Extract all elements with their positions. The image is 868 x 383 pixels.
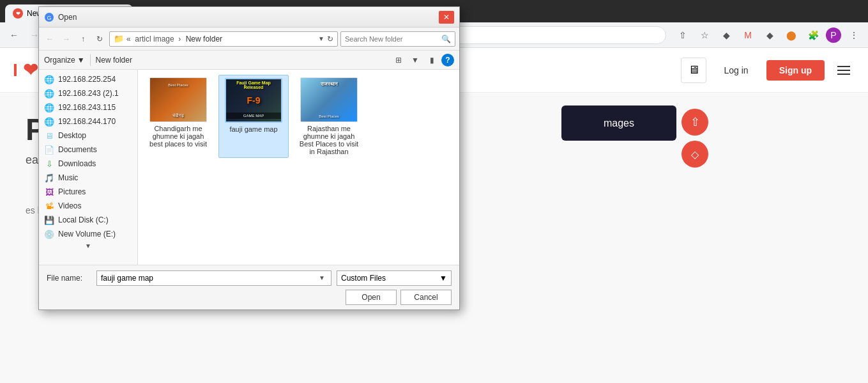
sidebar-item-ip3[interactable]: 🌐 192.168.243.115 [39, 100, 137, 114]
upload-icon[interactable]: ⇧ [681, 109, 708, 136]
sidebar-item-ip1[interactable]: 🌐 192.168.225.254 [39, 72, 137, 86]
menu-icon[interactable]: ⋮ [845, 26, 863, 44]
file-thumbnail-fauji: Fauji Game Map Released F-9 GAME MAP [225, 78, 282, 123]
dialog-up-button[interactable]: ↑ [76, 32, 90, 46]
sidebar-item-videos[interactable]: 📽 Videos [39, 199, 137, 213]
dialog-refresh-button[interactable]: ↻ [93, 32, 107, 46]
file-name-fauji: fauji game map [229, 125, 277, 133]
dialog-back-button[interactable]: ← [43, 32, 57, 46]
dialog-titlebar: G Open ✕ [39, 7, 459, 27]
dialog-forward-button[interactable]: → [59, 32, 73, 46]
dialog-path[interactable]: 📁 « articl image › New folder ▼ ↻ [109, 31, 338, 47]
sidebar-item-localc[interactable]: 💾 Local Disk (C:) [39, 213, 137, 227]
path-current: New folder [186, 35, 222, 43]
scroll-down-arrow[interactable]: ▼ [85, 242, 91, 249]
network-icon-2: 🌐 [44, 88, 54, 98]
sidebar-label-music: Music [58, 173, 78, 182]
cancel-button[interactable]: Cancel [400, 290, 452, 305]
browser-background: ❤ New Tab ← → ↻ https://www.ilovepdf.com… [0, 0, 868, 383]
fauji-thumb-title: Fauji Game Map Released [226, 81, 281, 90]
dialog-search-input[interactable] [345, 35, 439, 43]
share-icon[interactable]: ⇧ [674, 26, 692, 44]
downloads-icon: ⇩ [44, 159, 54, 169]
sidebar-label-desktop: Desktop [58, 131, 86, 140]
file-thumbnail-rajasthan: राजस्थान Best Places [300, 77, 358, 122]
sidebar-item-ip2[interactable]: 🌐 192.168.243 (2).1 [39, 86, 137, 100]
view-chevron-icon: ▼ [411, 56, 419, 65]
dialog-toolbar: Organize ▼ New folder ⊞ ▼ ▮ ? [39, 51, 459, 70]
view-chevron-button[interactable]: ▼ [408, 53, 422, 67]
file-name-rajasthan: Rajasthan me ghumne ki jagah Best Places… [297, 125, 361, 155]
sidebar-item-ip4[interactable]: 🌐 192.168.244.170 [39, 114, 137, 129]
upload-btn[interactable]: ⇧ [681, 109, 708, 136]
dropbox-icon[interactable]: ◇ [681, 141, 708, 168]
filename-dropdown-button[interactable]: ▼ [317, 274, 327, 281]
sidebar-item-newe[interactable]: 💿 New Volume (E:) [39, 227, 137, 241]
sidebar-item-pictures[interactable]: 🖼 Pictures [39, 185, 137, 199]
file-item-chandigarh[interactable]: चंडीगढ़ Best Places Chandigarh me ghumne… [143, 75, 213, 158]
view-list-button[interactable]: ▮ [425, 53, 439, 67]
puzzle-icon[interactable]: 🧩 [804, 26, 822, 44]
search-icon: 🔍 [441, 35, 451, 43]
extension2-icon[interactable]: ◆ [761, 26, 779, 44]
filename-input-container: ▼ [96, 270, 331, 286]
view-list-icon: ▮ [430, 56, 434, 65]
sidebar-scroll-down[interactable]: ▼ [39, 241, 137, 251]
rajasthan-thumb-text: राजस्थान [301, 81, 357, 88]
login-button[interactable]: Log in [714, 60, 759, 81]
file-item-fauji[interactable]: Fauji Game Map Released F-9 GAME MAP fau… [218, 75, 289, 158]
bookmark-icon[interactable]: ☆ [696, 26, 713, 44]
gmail-icon[interactable]: M [739, 26, 757, 44]
help-button[interactable]: ? [441, 54, 454, 66]
file-open-dialog: G Open ✕ ← → ↑ ↻ 📁 « articl image › New … [38, 6, 460, 310]
monitor-icon: 🖥 [688, 63, 699, 77]
filetype-select[interactable]: Custom Files ▼ [337, 270, 452, 286]
extension1-icon[interactable]: ◆ [717, 26, 735, 44]
dialog-close-button[interactable]: ✕ [439, 11, 454, 24]
view-buttons: ⊞ ▼ ▮ ? [392, 53, 454, 67]
music-icon: 🎵 [44, 173, 54, 183]
sidebar-label-pictures: Pictures [58, 187, 86, 196]
network-icon-3: 🌐 [44, 102, 54, 113]
filename-input[interactable] [101, 274, 314, 283]
organize-button[interactable]: Organize ▼ [44, 56, 85, 65]
sidebar-item-music[interactable]: 🎵 Music [39, 171, 137, 185]
organize-label: Organize [44, 56, 75, 65]
dropbox-btn[interactable]: ◇ [681, 141, 708, 168]
localc-icon: 💾 [44, 215, 54, 225]
new-folder-button[interactable]: New folder [96, 56, 132, 65]
dialog-footer: File name: ▼ Custom Files ▼ Open Cancel [39, 265, 459, 309]
hamburger-menu-button[interactable] [832, 59, 855, 82]
path-text: « articl image › [126, 35, 183, 43]
videos-icon: 📽 [44, 201, 54, 211]
pictures-icon: 🖼 [44, 187, 54, 197]
sidebar-item-desktop[interactable]: 🖥 Desktop [39, 129, 137, 143]
path-dropdown: ▼ [318, 35, 324, 42]
dialog-content: चंडीगढ़ Best Places Chandigarh me ghumne… [138, 70, 459, 265]
download-icon-btn[interactable]: 🖥 [681, 58, 706, 83]
sidebar-label-ip3: 192.168.243.115 [58, 103, 116, 112]
sidebar-label-ip4: 192.168.244.170 [58, 117, 116, 126]
sidebar-item-downloads[interactable]: ⇩ Downloads [39, 157, 137, 171]
open-button[interactable]: Open [346, 290, 397, 305]
dialog-favicon: G [44, 12, 54, 22]
signup-button[interactable]: Sign up [766, 60, 825, 81]
footer-buttons: Open Cancel [346, 290, 452, 305]
back-button[interactable]: ← [5, 26, 23, 44]
hamburger-line2 [837, 70, 850, 71]
sidebar-label-localc: Local Disk (C:) [58, 215, 109, 224]
file-item-rajasthan[interactable]: राजस्थान Best Places Rajasthan me ghumne… [294, 75, 364, 158]
documents-icon: 📄 [44, 145, 54, 155]
dialog-title: Open [58, 13, 435, 22]
sidebar-label-ip1: 192.168.225.254 [58, 75, 116, 84]
view-grid-icon: ⊞ [395, 56, 402, 65]
chandigarh-thumb-text: चंडीगढ़ [150, 113, 206, 118]
browser-toolbar-icons: ⇧ ☆ ◆ M ◆ ⬤ 🧩 P ⋮ [674, 26, 863, 44]
logo-heart: ❤ [23, 60, 38, 80]
network-icon-4: 🌐 [44, 116, 54, 127]
sidebar-item-documents[interactable]: 📄 Documents [39, 143, 137, 157]
color-icon[interactable]: ⬤ [782, 26, 800, 44]
filename-label: File name: [47, 274, 91, 283]
profile-icon[interactable]: P [826, 27, 841, 43]
view-options-button[interactable]: ⊞ [392, 53, 406, 67]
